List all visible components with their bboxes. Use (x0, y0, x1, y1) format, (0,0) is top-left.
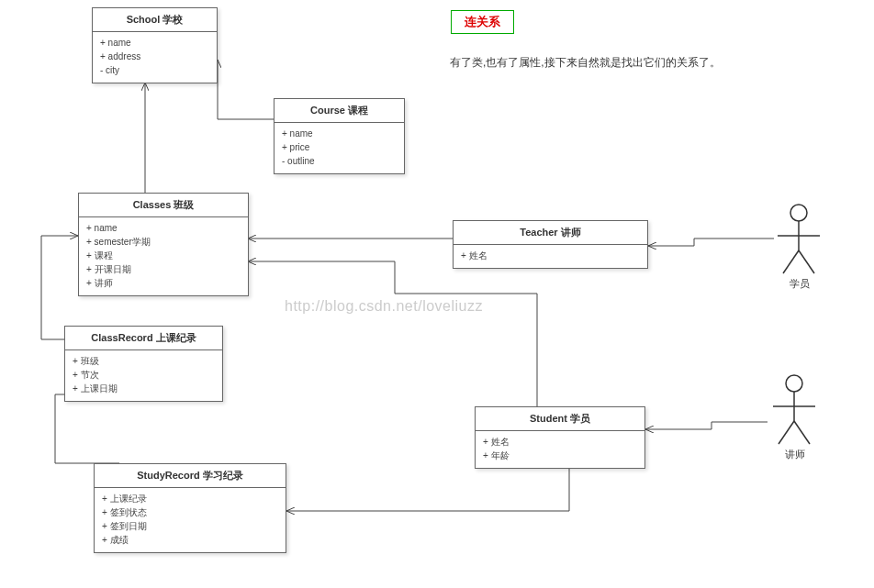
class-teacher-title: Teacher 讲师 (454, 221, 647, 245)
attr: - outline (282, 154, 397, 168)
attr: + name (86, 221, 241, 235)
attr: + 姓名 (483, 435, 637, 449)
attr: + 节次 (73, 368, 215, 382)
attr: + 班级 (73, 354, 215, 368)
class-teacher: Teacher 讲师 + 姓名 (453, 220, 648, 269)
attr: + 上课日期 (73, 382, 215, 395)
svg-point-0 (790, 205, 807, 221)
attr: + name (282, 127, 397, 140)
class-school-attrs: + name + address - city (93, 32, 217, 83)
class-course-title: Course 课程 (275, 99, 404, 123)
actor-top-label: 学员 (787, 277, 812, 291)
description-text: 有了类,也有了属性,接下来自然就是找出它们的关系了。 (450, 55, 721, 71)
svg-point-5 (786, 375, 802, 392)
class-classes-title: Classes 班级 (79, 194, 248, 217)
svg-line-4 (799, 250, 814, 273)
svg-line-9 (794, 421, 810, 444)
svg-line-3 (783, 250, 799, 273)
class-student: Student 学员 + 姓名 + 年龄 (475, 406, 645, 469)
class-school-title: School 学校 (93, 8, 217, 32)
class-teacher-attrs: + 姓名 (454, 245, 647, 268)
attr: + name (100, 36, 209, 50)
class-studyrecord-attrs: + 上课纪录 + 签到状态 + 签到日期 + 成绩 (95, 488, 286, 552)
watermark: http://blog.csdn.net/loveliuzz (285, 298, 483, 315)
actor-bottom-label: 讲师 (782, 448, 808, 461)
class-classes-attrs: + name + semester学期 + 课程 + 开课日期 + 讲师 (79, 217, 248, 295)
attr: + semester学期 (86, 235, 241, 249)
attr: + 签到状态 (102, 505, 278, 519)
attr: + address (100, 50, 209, 63)
actor-top (778, 205, 820, 273)
class-student-title: Student 学员 (476, 407, 644, 431)
section-title-text: 连关系 (465, 15, 500, 28)
svg-line-8 (779, 421, 794, 444)
class-classrecord-attrs: + 班级 + 节次 + 上课日期 (65, 350, 222, 401)
attr: + 课程 (86, 249, 241, 262)
class-classrecord: ClassRecord 上课纪录 + 班级 + 节次 + 上课日期 (64, 326, 223, 402)
class-course: Course 课程 + name + price - outline (274, 98, 405, 174)
class-classrecord-title: ClassRecord 上课纪录 (65, 327, 222, 350)
class-student-attrs: + 姓名 + 年龄 (476, 431, 644, 468)
attr: - city (100, 63, 209, 77)
attr: + 年龄 (483, 449, 637, 462)
class-school: School 学校 + name + address - city (92, 7, 218, 83)
class-studyrecord: StudyRecord 学习纪录 + 上课纪录 + 签到状态 + 签到日期 + … (94, 463, 286, 553)
class-studyrecord-title: StudyRecord 学习纪录 (95, 464, 286, 488)
attr: + 姓名 (461, 249, 640, 262)
class-course-attrs: + name + price - outline (275, 123, 404, 173)
attr: + 签到日期 (102, 519, 278, 533)
attr: + 讲师 (86, 276, 241, 290)
attr: + 开课日期 (86, 262, 241, 276)
section-title: 连关系 (451, 10, 514, 34)
actor-bottom (773, 375, 815, 444)
class-classes: Classes 班级 + name + semester学期 + 课程 + 开课… (78, 193, 249, 296)
attr: + 成绩 (102, 533, 278, 547)
attr: + 上课纪录 (102, 492, 278, 505)
attr: + price (282, 140, 397, 154)
